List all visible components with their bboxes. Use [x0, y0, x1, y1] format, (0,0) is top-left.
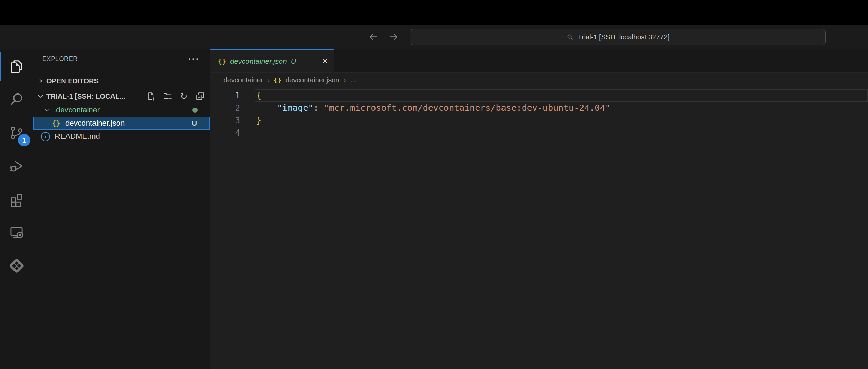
code-token: {	[256, 90, 261, 100]
remote-explorer-icon	[9, 225, 25, 241]
activity-extensions[interactable]	[0, 183, 33, 216]
editor-indent-guide	[256, 102, 256, 114]
activity-azure-diamond[interactable]	[0, 249, 33, 282]
tab-label: devcontainer.json	[230, 57, 287, 65]
code-line-2: 2 "image": "mcr.microsoft.com/devcontain…	[210, 102, 868, 114]
more-actions-icon[interactable]: ···	[188, 57, 200, 61]
activity-source-control[interactable]: 1	[0, 116, 33, 150]
forward-button[interactable]	[388, 31, 399, 43]
tree-item-devcontainer-json[interactable]: {} devcontainer.json U	[33, 117, 210, 130]
chevron-right-icon: ›	[343, 76, 346, 84]
new-file-icon	[146, 91, 156, 101]
sidebar-title: EXPLORER	[42, 55, 78, 63]
tab-git-badge: U	[291, 57, 296, 65]
code-line-3: 3 }	[210, 114, 868, 127]
scm-changes-badge: 1	[18, 134, 30, 146]
chevron-right-icon	[37, 77, 44, 85]
json-file-icon: {}	[274, 76, 281, 84]
new-folder-icon	[163, 91, 172, 101]
breadcrumb-folder[interactable]: .devcontainer	[221, 76, 263, 84]
json-file-icon: {}	[218, 57, 226, 65]
code-text[interactable]: }	[256, 114, 261, 127]
open-editors-label: OPEN EDITORS	[46, 77, 99, 85]
code-line-4: 4	[210, 127, 868, 139]
files-icon	[9, 58, 25, 74]
activity-explorer[interactable]	[0, 50, 33, 83]
section-workspace[interactable]: TRIAL-1 [SSH: LOCAL...	[33, 89, 210, 104]
command-center-search[interactable]: Trial-1 [SSH: localhost:32772]	[410, 29, 826, 45]
breadcrumb: .devcontainer › {} devcontainer.json › …	[210, 73, 868, 87]
line-number[interactable]: 3	[210, 114, 256, 127]
tab-devcontainer-json[interactable]: {} devcontainer.json U ✕	[210, 49, 334, 72]
refresh-icon: ↻	[180, 91, 188, 101]
breadcrumb-file[interactable]: devcontainer.json	[286, 76, 340, 84]
code-token: "mcr.microsoft.com/devcontainers/base:de…	[324, 103, 611, 113]
command-center-text: Trial-1 [SSH: localhost:32772]	[578, 33, 670, 41]
code-text[interactable]: "image": "mcr.microsoft.com/devcontainer…	[256, 102, 611, 114]
arrow-right-icon	[388, 32, 399, 42]
code-token: "image"	[277, 103, 313, 113]
system-menubar-strip	[0, 0, 868, 25]
git-modified-dot	[192, 108, 198, 113]
activity-bar: 1	[0, 49, 33, 369]
search-icon	[9, 92, 25, 108]
code-line-1: 1 {	[210, 89, 868, 102]
new-file-button[interactable]	[146, 91, 156, 101]
chevron-down-icon	[37, 92, 44, 100]
collapse-all-icon	[195, 91, 205, 101]
search-icon	[566, 33, 574, 41]
collapse-all-button[interactable]	[195, 91, 205, 101]
code-token: :	[314, 103, 324, 113]
extensions-icon	[9, 191, 25, 207]
file-name: devcontainer.json	[65, 119, 125, 128]
back-button[interactable]	[368, 31, 379, 43]
code-editor[interactable]: 1 { 2 "image": "mcr.microsoft.com/devcon…	[210, 87, 868, 369]
chevron-down-icon	[44, 106, 51, 114]
title-bar: Trial-1 [SSH: localhost:32772]	[0, 25, 868, 49]
arrow-left-icon	[368, 32, 379, 42]
activity-search[interactable]	[0, 83, 33, 116]
history-nav	[368, 25, 399, 49]
tab-bar: {} devcontainer.json U ✕	[210, 49, 868, 73]
chevron-right-icon: ›	[267, 76, 270, 84]
diamond-extension-icon	[9, 258, 25, 274]
code-token	[256, 103, 277, 113]
refresh-button[interactable]: ↻	[179, 91, 189, 101]
json-file-icon: {}	[52, 119, 60, 127]
section-open-editors[interactable]: OPEN EDITORS	[33, 74, 210, 88]
explorer-toolbar: ↻	[146, 91, 210, 101]
folder-name: .devcontainer	[54, 106, 100, 115]
tree-item-readme[interactable]: i README.md	[33, 130, 210, 143]
editor-group: {} devcontainer.json U ✕ .devcontainer ›…	[210, 49, 868, 369]
file-name: README.md	[55, 132, 100, 141]
debug-icon	[9, 158, 25, 174]
code-token: }	[256, 115, 261, 125]
line-number[interactable]: 4	[210, 127, 256, 139]
code-text[interactable]: {	[256, 89, 261, 102]
breadcrumb-symbol[interactable]: …	[350, 76, 357, 84]
tree-indent-guide	[47, 117, 47, 129]
close-icon[interactable]: ✕	[322, 57, 328, 65]
new-folder-button[interactable]	[162, 91, 173, 101]
readme-info-icon: i	[41, 132, 50, 141]
workbench: 1	[0, 49, 868, 369]
vscode-window: Trial-1 [SSH: localhost:32772]	[0, 0, 868, 369]
activity-remote-explorer[interactable]	[0, 216, 33, 249]
sidebar-pane-header: EXPLORER ···	[33, 49, 210, 69]
workspace-label: TRIAL-1 [SSH: LOCAL...	[46, 92, 144, 100]
line-number[interactable]: 1	[210, 89, 256, 102]
explorer-sidebar: EXPLORER ··· OPEN EDITORS TRIAL-1 [SSH: …	[33, 49, 210, 369]
tree-item-devcontainer-folder[interactable]: .devcontainer	[33, 104, 210, 117]
git-untracked-badge: U	[192, 119, 197, 127]
line-number[interactable]: 2	[210, 102, 256, 114]
activity-run-debug[interactable]	[0, 150, 33, 183]
